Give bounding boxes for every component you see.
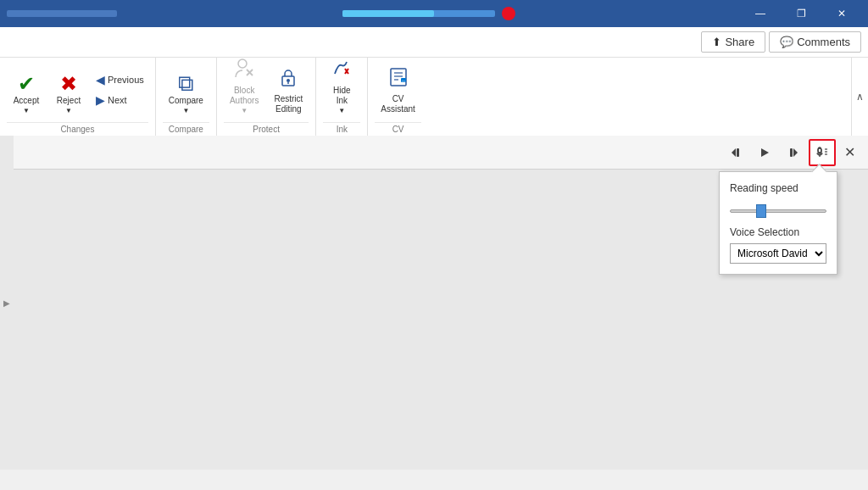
document-area: ✕ Reading speed Voice Selection Microsof…	[14, 136, 868, 470]
titlebar: — ❐ ✕	[0, 0, 868, 27]
ribbon-group-protect: BlockAuthors ▼ RestrictEditing	[217, 58, 316, 136]
changes-group-label: Changes	[7, 122, 148, 134]
ribbon-group-ink: HideInk ▼ Ink	[316, 58, 368, 136]
titlebar-center	[117, 7, 741, 20]
restrict-editing-label: RestrictEditing	[274, 94, 303, 114]
reject-button[interactable]: ✖ Reject ▼	[49, 61, 88, 119]
svg-marker-12	[732, 148, 736, 157]
ink-content: HideInk ▼	[323, 61, 360, 119]
titlebar-controls: — ❐ ✕	[741, 0, 861, 27]
block-authors-arrow: ▼	[241, 107, 248, 114]
compare-content: ⧉ Compare ▼	[163, 61, 209, 119]
next-icon: ▶	[96, 93, 105, 107]
ribbon-group-cv: in CVAssistant CV	[368, 58, 428, 136]
voice-settings-button[interactable]	[809, 139, 836, 166]
progress-bar	[342, 10, 495, 17]
reject-label: Reject	[57, 96, 81, 106]
speed-slider-container	[730, 201, 826, 216]
share-icon: ⬆	[712, 36, 721, 48]
voice-select[interactable]: Microsoft David Microsoft Zira Microsoft…	[730, 243, 826, 264]
ribbon-group-changes: ✔ Accept ▼ ✖ Reject ▼ ◀	[0, 58, 156, 136]
audio-bar: ✕	[14, 136, 868, 170]
close-button[interactable]: ✕	[822, 0, 861, 27]
block-authors-button[interactable]: BlockAuthors ▼	[224, 61, 264, 119]
compare-icon: ⧉	[178, 72, 194, 94]
comments-label: Comments	[797, 36, 850, 48]
svg-point-0	[238, 59, 247, 68]
comments-button[interactable]: 💬 Comments	[769, 31, 861, 53]
restrict-editing-icon	[276, 65, 300, 92]
ribbon-collapse-button[interactable]: ∧	[851, 58, 868, 136]
cv-content: in CVAssistant	[375, 61, 421, 119]
hide-ink-arrow: ▼	[338, 107, 345, 114]
compare-label: Compare	[169, 96, 203, 106]
block-authors-icon	[232, 57, 256, 84]
accept-label: Accept	[14, 96, 40, 106]
svg-text:in: in	[402, 79, 404, 83]
compare-button[interactable]: ⧉ Compare ▼	[163, 61, 209, 119]
ink-group-label: Ink	[323, 122, 360, 134]
prev-next-group: ◀ Previous ▶ Next	[92, 61, 148, 119]
voice-selection-label: Voice Selection	[730, 226, 826, 238]
cv-assistant-label: CVAssistant	[381, 94, 415, 114]
compare-group-label: Compare	[163, 122, 209, 134]
titlebar-left	[7, 10, 117, 17]
protect-group-label: Protect	[224, 122, 309, 134]
next-button[interactable]: ▶ Next	[92, 91, 148, 109]
svg-rect-13	[737, 148, 739, 157]
rewind-button[interactable]	[722, 139, 749, 166]
hide-ink-icon	[330, 57, 353, 84]
ribbon: ✔ Accept ▼ ✖ Reject ▼ ◀	[0, 58, 868, 136]
accept-button[interactable]: ✔ Accept ▼	[7, 61, 46, 119]
share-button[interactable]: ⬆ Share	[701, 31, 765, 53]
record-dot	[502, 7, 515, 20]
title-text-placeholder	[7, 10, 117, 17]
hide-ink-label: HideInk	[333, 86, 351, 106]
svg-point-4	[287, 79, 290, 82]
compare-dropdown-arrow: ▼	[182, 107, 189, 114]
minimize-button[interactable]: —	[741, 0, 780, 27]
block-authors-label: BlockAuthors	[230, 86, 259, 106]
svg-marker-14	[761, 148, 769, 157]
restore-button[interactable]: ❐	[782, 0, 821, 27]
accept-dropdown-arrow: ▼	[23, 107, 30, 114]
previous-label: Previous	[108, 75, 144, 85]
reject-icon: ✖	[60, 74, 77, 94]
cv-assistant-icon: in	[387, 65, 410, 92]
accept-group: ✔ Accept ▼	[7, 61, 46, 119]
ribbon-group-compare: ⧉ Compare ▼ Compare	[156, 58, 217, 136]
speed-popup: Reading speed Voice Selection Microsoft …	[719, 171, 837, 275]
previous-button[interactable]: ◀ Previous	[92, 70, 148, 89]
close-icon: ✕	[844, 144, 855, 160]
share-label: Share	[725, 36, 754, 48]
document-page-area	[56, 170, 800, 470]
svg-marker-15	[793, 148, 798, 157]
reject-dropdown-arrow: ▼	[65, 107, 72, 114]
sharebar: ⬆ Share 💬 Comments	[0, 27, 868, 58]
reject-group: ✖ Reject ▼	[49, 61, 88, 119]
svg-rect-16	[790, 148, 793, 157]
protect-content: BlockAuthors ▼ RestrictEditing	[224, 61, 309, 119]
collapse-icon: ∧	[856, 91, 864, 103]
next-label: Next	[108, 95, 127, 105]
cv-group-label: CV	[375, 122, 421, 134]
ribbon-row: ✔ Accept ▼ ✖ Reject ▼ ◀	[0, 58, 868, 136]
accept-icon: ✔	[18, 74, 35, 94]
svg-rect-6	[391, 69, 406, 86]
left-margin-icon: ▶	[3, 298, 12, 308]
play-button[interactable]	[751, 139, 778, 166]
previous-icon: ◀	[96, 73, 105, 86]
cv-assistant-button[interactable]: in CVAssistant	[375, 61, 421, 119]
speed-slider[interactable]	[730, 209, 826, 213]
restrict-editing-button[interactable]: RestrictEditing	[268, 61, 309, 119]
fast-forward-button[interactable]	[780, 139, 807, 166]
audio-close-button[interactable]: ✕	[837, 141, 861, 164]
comments-icon: 💬	[780, 36, 793, 48]
changes-content: ✔ Accept ▼ ✖ Reject ▼ ◀	[7, 61, 148, 119]
progress-fill	[342, 10, 434, 17]
left-margin[interactable]: ▶	[0, 136, 14, 470]
reading-speed-label: Reading speed	[730, 182, 826, 194]
hide-ink-button[interactable]: HideInk ▼	[323, 61, 360, 119]
main-area: ▶	[0, 136, 868, 470]
